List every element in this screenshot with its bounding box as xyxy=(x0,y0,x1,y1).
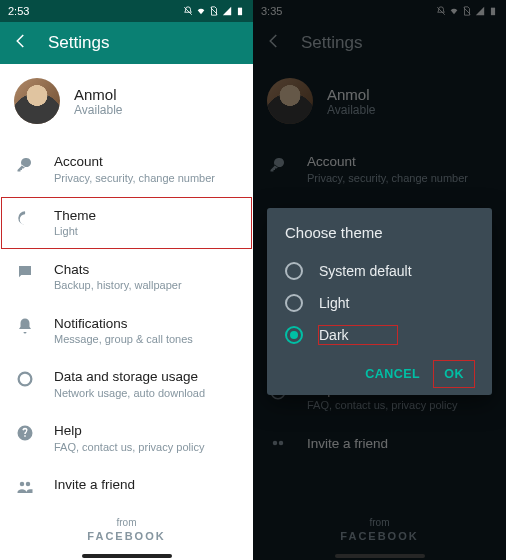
screen-dark: 3:35 Settings Anmol Available Account Pr… xyxy=(253,0,506,560)
profile-row[interactable]: Anmol Available xyxy=(0,64,253,142)
row-desc: FAQ, contact us, privacy policy xyxy=(54,440,204,454)
help-icon xyxy=(14,422,36,442)
people-icon xyxy=(14,476,36,496)
chat-icon xyxy=(14,261,36,281)
status-bar: 2:53 xyxy=(0,0,253,22)
nav-pill[interactable] xyxy=(82,554,172,558)
radio-icon xyxy=(285,326,303,344)
radio-icon xyxy=(285,294,303,312)
footer: from FACEBOOK xyxy=(0,517,253,542)
row-label: Chats xyxy=(54,261,182,279)
settings-row-invite[interactable]: Invite a friend xyxy=(0,465,253,507)
battery-icon xyxy=(235,6,245,16)
profile-status: Available xyxy=(74,103,122,117)
row-label: Notifications xyxy=(54,315,193,333)
footer-brand: FACEBOOK xyxy=(0,530,253,542)
settings-row-chats[interactable]: Chats Backup, history, wallpaper xyxy=(0,250,253,304)
row-label: Help xyxy=(54,422,204,440)
settings-row-data[interactable]: Data and storage usage Network usage, au… xyxy=(0,357,253,411)
row-desc: Backup, history, wallpaper xyxy=(54,278,182,292)
dialog-title: Choose theme xyxy=(285,224,474,241)
app-bar: Settings xyxy=(0,22,253,64)
signal-icon xyxy=(222,6,232,16)
key-icon xyxy=(14,153,36,173)
theme-option-light[interactable]: Light xyxy=(285,287,474,319)
wifi-icon xyxy=(196,6,206,16)
status-icons xyxy=(183,6,245,16)
screen-light: 2:53 Settings Anmol Available Account Pr… xyxy=(0,0,253,560)
data-usage-icon xyxy=(14,368,36,388)
avatar xyxy=(14,78,60,124)
option-label: Dark xyxy=(319,327,349,343)
theme-dialog: Choose theme System default Light Dark C… xyxy=(267,208,492,395)
row-desc: Light xyxy=(54,224,96,238)
clock: 2:53 xyxy=(8,5,29,17)
ok-button[interactable]: OK xyxy=(434,361,474,387)
row-desc: Network usage, auto download xyxy=(54,386,205,400)
row-label: Data and storage usage xyxy=(54,368,205,386)
row-desc: Privacy, security, change number xyxy=(54,171,215,185)
radio-icon xyxy=(285,262,303,280)
theme-option-dark[interactable]: Dark xyxy=(285,319,474,351)
settings-row-account[interactable]: Account Privacy, security, change number xyxy=(0,142,253,196)
row-desc: Message, group & call tones xyxy=(54,332,193,346)
row-label: Account xyxy=(54,153,215,171)
cancel-button[interactable]: CANCEL xyxy=(355,361,430,387)
bell-off-icon xyxy=(183,6,193,16)
bell-icon xyxy=(14,315,36,335)
settings-row-help[interactable]: Help FAQ, contact us, privacy policy xyxy=(0,411,253,465)
option-label: Light xyxy=(319,295,349,311)
no-sim-icon xyxy=(209,6,219,16)
settings-row-notifications[interactable]: Notifications Message, group & call tone… xyxy=(0,304,253,358)
footer-from: from xyxy=(0,517,253,528)
theme-option-system[interactable]: System default xyxy=(285,255,474,287)
settings-row-theme[interactable]: Theme Light xyxy=(0,196,253,250)
row-label: Theme xyxy=(54,207,96,225)
theme-icon xyxy=(14,207,36,227)
back-button[interactable] xyxy=(12,32,30,54)
row-label: Invite a friend xyxy=(54,476,135,494)
page-title: Settings xyxy=(48,33,109,53)
profile-name: Anmol xyxy=(74,86,122,103)
option-label: System default xyxy=(319,263,412,279)
